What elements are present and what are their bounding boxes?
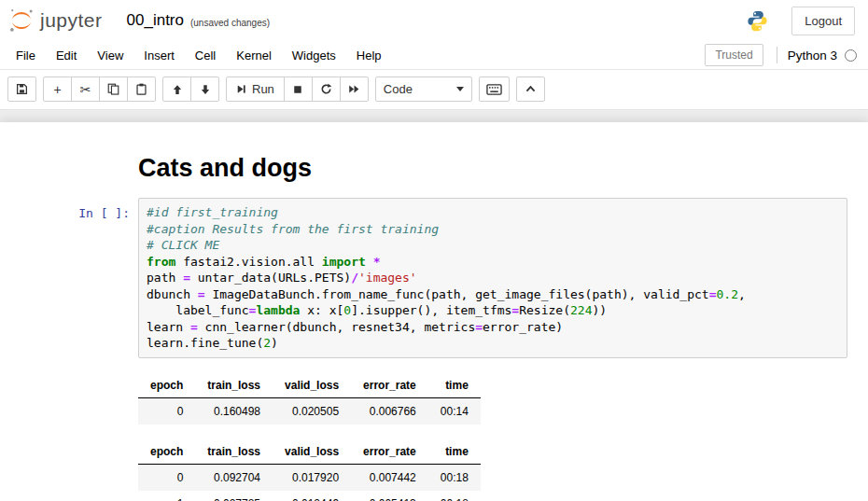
step-forward-icon xyxy=(236,84,246,94)
cell-type-dropdown[interactable]: Code xyxy=(375,77,472,102)
training-table-2: epochtrain_lossvalid_losserror_ratetime0… xyxy=(138,439,847,501)
kernel-name: Python 3 xyxy=(788,49,837,63)
plus-icon: + xyxy=(53,83,61,96)
table-header: train_loss xyxy=(195,439,273,465)
menu-edit[interactable]: Edit xyxy=(46,43,87,68)
command-palette-button[interactable] xyxy=(479,77,510,102)
arrow-up-icon xyxy=(172,84,183,95)
notebook-area: Cats and dogs In [ ]: #id first_training… xyxy=(0,110,868,501)
stop-square-icon xyxy=(292,84,303,95)
jupyter-logo[interactable]: jupyter xyxy=(7,7,103,35)
training-table-1: epochtrain_lossvalid_losserror_ratetime0… xyxy=(138,373,847,424)
menu-view[interactable]: View xyxy=(87,43,133,68)
trusted-button[interactable]: Trusted xyxy=(705,44,763,66)
table-cell: 0.092704 xyxy=(195,464,273,491)
table-cell: 0 xyxy=(138,397,195,424)
table-cell: 0.007442 xyxy=(351,464,428,491)
table-header: time xyxy=(428,439,481,465)
code-line: learn.fine_tune(2) xyxy=(147,335,839,352)
copy-cells-button[interactable] xyxy=(99,77,128,102)
jupyter-wordmark: jupyter xyxy=(40,9,103,32)
run-button[interactable]: Run xyxy=(226,77,285,102)
table-cell: 0.012449 xyxy=(273,491,351,501)
table-cell: 0.006766 xyxy=(351,397,428,424)
table-cell: 0.005413 xyxy=(351,491,428,501)
floppy-icon xyxy=(16,83,28,95)
table-header: time xyxy=(428,373,481,398)
arrow-down-icon xyxy=(200,84,211,95)
scroll-to-top-button[interactable] xyxy=(516,77,545,102)
output-table: epochtrain_lossvalid_losserror_ratetime0… xyxy=(138,439,481,501)
keyboard-icon xyxy=(486,83,502,96)
table-header: error_rate xyxy=(351,373,428,398)
markdown-prompt xyxy=(0,137,138,190)
menu-insert[interactable]: Insert xyxy=(133,43,185,68)
checkpoint-status: (unsaved changes) xyxy=(190,13,270,28)
code-line: path = untar_data(URLs.PETS)/'images' xyxy=(147,270,839,286)
code-line: label_func=lambda x: x[0].isupper(), ite… xyxy=(147,302,839,319)
output-prompt xyxy=(0,366,138,501)
markdown-cell[interactable]: Cats and dogs xyxy=(0,133,868,194)
table-header: train_loss xyxy=(195,373,273,398)
menu-file[interactable]: File xyxy=(6,43,46,68)
menu-widgets[interactable]: Widgets xyxy=(282,43,346,68)
code-line: #id first_training xyxy=(147,204,839,221)
table-header: valid_loss xyxy=(273,439,351,465)
table-cell: 00:18 xyxy=(428,491,481,501)
table-cell: 0.020505 xyxy=(273,397,351,424)
move-cell-down-button[interactable] xyxy=(190,77,219,102)
code-lines: #id first_training#caption Results from … xyxy=(147,204,839,352)
notebook-title[interactable]: 00_intro xyxy=(127,11,184,30)
menu-cell[interactable]: Cell xyxy=(185,43,226,68)
menubar-divider xyxy=(777,47,777,63)
restart-kernel-button[interactable] xyxy=(312,77,341,102)
table-row: 10.0277850.0124490.00541300:18 xyxy=(138,491,481,501)
restart-run-all-button[interactable] xyxy=(340,77,369,102)
input-prompt: In [ ]: xyxy=(0,198,138,358)
menu-help[interactable]: Help xyxy=(346,43,392,68)
table-cell: 0.017920 xyxy=(273,464,351,491)
logout-button[interactable]: Logout xyxy=(791,7,855,35)
table-header: error_rate xyxy=(351,439,428,465)
output-table: epochtrain_lossvalid_losserror_ratetime0… xyxy=(138,373,481,424)
cell-type-value: Code xyxy=(384,82,413,96)
code-line: #caption Results from the first training xyxy=(147,221,839,238)
code-line: from fastai2.vision.all import * xyxy=(147,254,839,271)
table-cell: 0.160498 xyxy=(195,397,273,424)
kernel-idle-icon xyxy=(845,49,857,62)
chevron-down-icon xyxy=(456,87,464,91)
run-button-label: Run xyxy=(252,82,274,96)
menu-list: FileEditViewInsertCellKernelWidgetsHelp xyxy=(6,43,392,68)
copy-icon xyxy=(107,83,119,95)
table-cell: 0.027785 xyxy=(195,491,273,501)
table-header: epoch xyxy=(138,373,195,398)
save-button[interactable] xyxy=(7,77,36,102)
move-cell-up-button[interactable] xyxy=(162,77,191,102)
clipboard-icon xyxy=(135,83,147,95)
paste-cells-button[interactable] xyxy=(127,77,156,102)
interrupt-kernel-button[interactable] xyxy=(284,77,313,102)
menu-kernel[interactable]: Kernel xyxy=(226,43,282,68)
table-row: 00.0927040.0179200.00744200:18 xyxy=(138,464,481,491)
table-cell: 00:18 xyxy=(428,464,481,491)
table-header: epoch xyxy=(138,439,195,465)
table-cell: 00:14 xyxy=(428,397,481,424)
code-line: learn = cnn_learner(dbunch, resnet34, me… xyxy=(147,319,839,336)
code-editor[interactable]: #id first_training#caption Results from … xyxy=(138,198,847,358)
table-cell: 0 xyxy=(138,464,195,491)
code-cell[interactable]: In [ ]: #id first_training#caption Resul… xyxy=(0,194,868,362)
cut-cells-button[interactable]: ✂ xyxy=(71,77,100,102)
insert-cell-below-button[interactable]: + xyxy=(43,77,72,102)
jupyter-planet-icon xyxy=(7,7,35,35)
code-line: # CLICK ME xyxy=(147,237,839,254)
table-cell: 1 xyxy=(138,491,195,501)
menubar: FileEditViewInsertCellKernelWidgetsHelp … xyxy=(0,41,868,70)
toolbar: + ✂ xyxy=(0,70,868,110)
output-area: epochtrain_lossvalid_losserror_ratetime0… xyxy=(0,362,868,501)
chevron-up-icon xyxy=(525,83,537,95)
table-row: 00.1604980.0205050.00676600:14 xyxy=(138,397,481,424)
circular-arrow-icon xyxy=(320,83,332,95)
markdown-heading: Cats and dogs xyxy=(138,154,847,183)
code-line: dbunch = ImageDataBunch.from_name_func(p… xyxy=(147,286,839,303)
table-header: valid_loss xyxy=(273,373,351,398)
